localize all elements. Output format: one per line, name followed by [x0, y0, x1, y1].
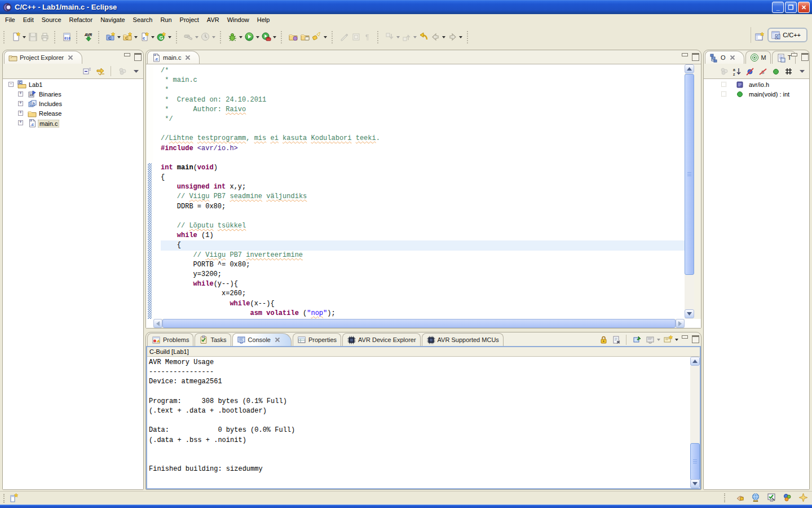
- maximize-view-icon[interactable]: [134, 53, 140, 59]
- menu-navigate[interactable]: Navigate: [96, 15, 129, 25]
- run-button[interactable]: [244, 30, 261, 44]
- display-console-button[interactable]: [646, 335, 660, 345]
- dropdown-arrow-icon[interactable]: [23, 36, 26, 38]
- perspective-cpp-button[interactable]: C C/C++: [767, 28, 807, 42]
- next-annotation-button[interactable]: [384, 30, 401, 44]
- search-button[interactable]: [311, 30, 328, 44]
- last-edit-button[interactable]: [418, 30, 430, 44]
- menu-refactor[interactable]: Refactor: [65, 15, 97, 25]
- debug-button[interactable]: [227, 30, 244, 44]
- forward-button[interactable]: [447, 30, 464, 44]
- maximize-view-icon[interactable]: [801, 53, 807, 59]
- horizontal-scrollbar[interactable]: [153, 319, 685, 328]
- menu-source[interactable]: Source: [38, 15, 65, 25]
- tree-item-main-c[interactable]: +.cmain.c: [3, 119, 143, 128]
- scroll-up-arrow[interactable]: [690, 357, 700, 366]
- tree-item-lab1[interactable]: -CLab1: [3, 80, 143, 90]
- show-block-button[interactable]: [350, 30, 362, 44]
- maximize-view-icon[interactable]: [692, 53, 698, 59]
- hand-icon[interactable]: [735, 493, 745, 503]
- close-icon[interactable]: [67, 54, 74, 61]
- monitor-check-icon[interactable]: [767, 493, 777, 503]
- star-icon[interactable]: [798, 493, 809, 503]
- avr-download-button[interactable]: AVR: [83, 30, 95, 44]
- menu-avr[interactable]: AVR: [203, 15, 223, 25]
- menu-project[interactable]: Project: [176, 15, 203, 25]
- dropdown-arrow-icon[interactable]: [151, 36, 155, 38]
- clear-console-button[interactable]: [612, 335, 621, 345]
- close-icon[interactable]: [184, 54, 191, 61]
- save-button[interactable]: [27, 30, 39, 44]
- close-icon[interactable]: [274, 336, 281, 343]
- new-class-button[interactable]: G: [156, 30, 173, 44]
- fastview-icon[interactable]: [9, 493, 19, 503]
- dropdown-arrow-icon[interactable]: [675, 339, 678, 341]
- focus-task-button[interactable]: [118, 67, 127, 76]
- minimize-button[interactable]: _: [772, 2, 784, 13]
- menu-arrow-button[interactable]: [797, 67, 807, 76]
- binary-file-button[interactable]: 010: [61, 30, 73, 44]
- expander-icon[interactable]: -: [8, 82, 14, 87]
- minimize-view-icon[interactable]: [681, 335, 687, 341]
- build-all-button[interactable]: [200, 30, 217, 44]
- link-editor-button[interactable]: [96, 67, 105, 76]
- tab-main-c[interactable]: .cmain.c: [147, 51, 200, 64]
- minimize-view-icon[interactable]: [681, 53, 687, 59]
- menu-edit[interactable]: Edit: [19, 15, 38, 25]
- lock-button[interactable]: [599, 335, 608, 345]
- new-wizard-button[interactable]: [10, 30, 27, 44]
- expander-icon[interactable]: +: [18, 120, 23, 125]
- dropdown-arrow-icon[interactable]: [442, 36, 445, 38]
- menu-help[interactable]: Help: [253, 15, 274, 25]
- menu-run[interactable]: Run: [156, 15, 175, 25]
- menu-arrow-button[interactable]: [131, 67, 141, 76]
- expander-icon[interactable]: +: [18, 111, 23, 116]
- expander-icon[interactable]: +: [18, 101, 23, 106]
- expander-icon[interactable]: +: [18, 91, 23, 97]
- dropdown-arrow-icon[interactable]: [134, 36, 138, 38]
- tab-project-explorer[interactable]: Project Explorer: [4, 51, 82, 64]
- spheres-icon[interactable]: [783, 493, 793, 503]
- new-c-project-button[interactable]: C: [105, 30, 122, 44]
- scroll-up-arrow[interactable]: [685, 64, 694, 73]
- menu-file[interactable]: File: [1, 15, 19, 25]
- minimize-view-icon[interactable]: [791, 53, 797, 59]
- hide-fields-button[interactable]: [745, 67, 755, 76]
- dropdown-arrow-icon[interactable]: [657, 339, 660, 341]
- open-resource-button[interactable]: [299, 30, 311, 44]
- back-button[interactable]: [430, 30, 447, 44]
- overview-ruler[interactable]: [694, 64, 701, 319]
- open-perspective-icon[interactable]: [753, 30, 763, 40]
- tree-item-includes[interactable]: +hIncludes: [3, 99, 143, 109]
- console-output[interactable]: AVR Memory Usage----------------Device: …: [147, 357, 690, 488]
- print-button[interactable]: [39, 30, 51, 44]
- build-button[interactable]: [183, 30, 200, 44]
- tab-o[interactable]: O: [705, 51, 744, 64]
- outline-item-main-void-int[interactable]: main(void) : int: [704, 90, 809, 99]
- pin-console-button[interactable]: [633, 335, 642, 345]
- tab-avr-device-explorer[interactable]: AVR Device Explorer: [342, 333, 421, 346]
- tree-item-release[interactable]: +Release: [3, 109, 143, 119]
- tab-avr-supported-mcus[interactable]: AVR Supported MCUs: [422, 333, 504, 346]
- tab-problems[interactable]: Problems: [147, 333, 193, 346]
- sort-button[interactable]: az: [732, 67, 742, 76]
- open-type-button[interactable]: [288, 30, 299, 44]
- scroll-down-arrow[interactable]: [685, 309, 694, 318]
- dropdown-arrow-icon[interactable]: [324, 36, 327, 38]
- tab-console[interactable]: Console: [232, 333, 292, 346]
- mark-occurrences-button[interactable]: [338, 30, 350, 44]
- hide-static-button[interactable]: s: [758, 67, 768, 76]
- minimize-view-icon[interactable]: [123, 53, 130, 59]
- tab-tasks[interactable]: Tasks: [195, 333, 231, 346]
- dropdown-arrow-icon[interactable]: [212, 36, 215, 38]
- dropdown-arrow-icon[interactable]: [168, 36, 171, 38]
- hide-inactive-button[interactable]: [784, 67, 794, 76]
- dropdown-arrow-icon[interactable]: [396, 36, 400, 38]
- show-whitespace-button[interactable]: ¶: [362, 30, 374, 44]
- dropdown-arrow-icon[interactable]: [117, 36, 121, 38]
- focus-task-button[interactable]: [720, 67, 729, 76]
- dropdown-arrow-icon[interactable]: [239, 36, 242, 38]
- tab-m[interactable]: M: [745, 51, 771, 64]
- vertical-scrollbar-thumb[interactable]: [685, 74, 694, 275]
- maximize-view-icon[interactable]: [692, 335, 698, 341]
